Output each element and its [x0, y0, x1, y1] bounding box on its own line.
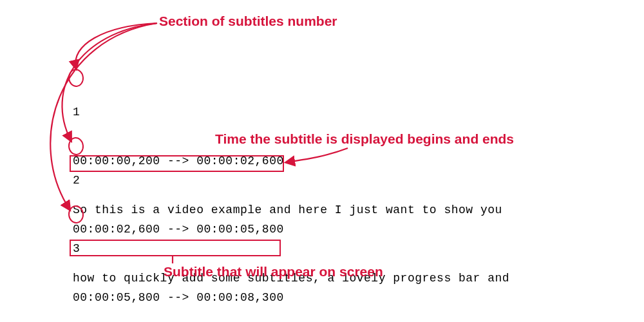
annotation-time-range: Time the subtitle is displayed begins an…	[215, 131, 514, 147]
box-highlight	[70, 240, 281, 256]
annotation-subtitle-text: Subtitle that will appear on screen	[164, 264, 383, 279]
subtitle-index: 2	[73, 173, 509, 189]
box-highlight	[70, 155, 284, 172]
subtitle-time: 00:00:05,800 --> 00:00:08,300	[73, 290, 284, 306]
subtitle-index: 1	[73, 104, 502, 120]
annotation-section-number: Section of subtitles number	[159, 14, 337, 29]
